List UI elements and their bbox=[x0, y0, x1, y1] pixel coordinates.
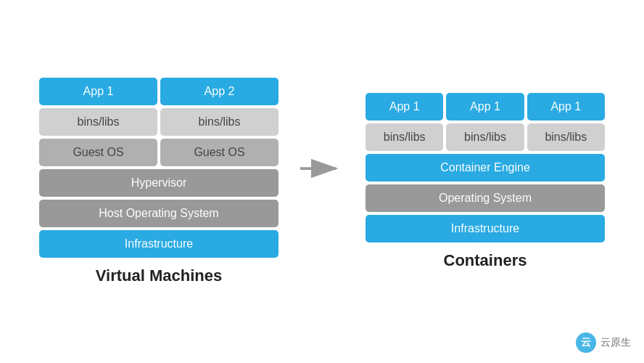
cell-0-2: App 1 bbox=[527, 93, 605, 121]
cell-2-1: Guest OS bbox=[160, 139, 278, 166]
cell-3-0: Hypervisor bbox=[39, 169, 278, 197]
row-4: Host Operating System bbox=[39, 200, 278, 227]
row-3: Operating System bbox=[366, 184, 605, 212]
row-3: Hypervisor bbox=[39, 169, 278, 197]
cell-0-1: App 1 bbox=[446, 93, 524, 121]
row-4: Infrastructure bbox=[366, 215, 605, 242]
cell-2-0: Container Engine bbox=[366, 154, 605, 182]
containers-column: App 1App 1App 1bins/libsbins/libsbins/li… bbox=[366, 93, 605, 270]
cell-1-1: bins/libs bbox=[446, 123, 524, 151]
cell-2-0: Guest OS bbox=[39, 139, 157, 166]
row-5: Infrastructure bbox=[39, 230, 278, 258]
row-2: Container Engine bbox=[366, 154, 605, 182]
cell-4-0: Infrastructure bbox=[366, 215, 605, 242]
cell-1-2: bins/libs bbox=[527, 123, 605, 151]
row-0: App 1App 1App 1 bbox=[366, 93, 605, 121]
watermark-text: 云原生 bbox=[600, 336, 631, 349]
diagram-container: App 1App 2bins/libsbins/libsGuest OSGues… bbox=[0, 63, 644, 300]
cell-0-0: App 1 bbox=[366, 93, 443, 121]
vm-stack: App 1App 2bins/libsbins/libsGuest OSGues… bbox=[39, 78, 278, 258]
cell-3-0: Operating System bbox=[366, 184, 605, 212]
cell-1-0: bins/libs bbox=[39, 108, 157, 136]
arrow-icon bbox=[300, 154, 344, 183]
cell-1-1: bins/libs bbox=[160, 108, 278, 136]
watermark-icon: 云 bbox=[576, 333, 596, 353]
cell-0-1: App 2 bbox=[160, 78, 278, 105]
containers-stack: App 1App 1App 1bins/libsbins/libsbins/li… bbox=[366, 93, 605, 242]
row-2: Guest OSGuest OS bbox=[39, 139, 278, 166]
cell-5-0: Infrastructure bbox=[39, 230, 278, 258]
row-1: bins/libsbins/libsbins/libs bbox=[366, 123, 605, 151]
watermark: 云 云原生 bbox=[576, 333, 631, 353]
cell-4-0: Host Operating System bbox=[39, 200, 278, 227]
row-1: bins/libsbins/libs bbox=[39, 108, 278, 136]
vm-title: Virtual Machines bbox=[96, 266, 222, 285]
containers-title: Containers bbox=[444, 251, 527, 270]
virtual-machines-column: App 1App 2bins/libsbins/libsGuest OSGues… bbox=[39, 78, 278, 285]
cell-0-0: App 1 bbox=[39, 78, 157, 105]
row-0: App 1App 2 bbox=[39, 78, 278, 105]
arrow-container bbox=[300, 154, 344, 209]
cell-1-0: bins/libs bbox=[366, 123, 443, 151]
